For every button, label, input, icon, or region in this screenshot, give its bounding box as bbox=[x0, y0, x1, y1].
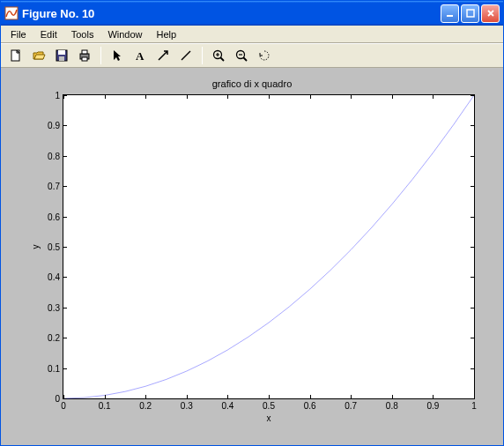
zoom-out-icon[interactable] bbox=[232, 46, 251, 65]
y-tick bbox=[63, 186, 67, 187]
x-tick bbox=[227, 95, 228, 99]
window-title: Figure No. 10 bbox=[22, 7, 441, 20]
figure-window: Figure No. 10 File Edit Tools Window Hel… bbox=[0, 0, 504, 446]
svg-rect-2 bbox=[467, 10, 474, 17]
y-tick bbox=[471, 368, 474, 369]
y-tick-label: 0.9 bbox=[48, 121, 63, 130]
x-tick bbox=[187, 95, 188, 99]
y-tick bbox=[471, 338, 474, 338]
axes-container: grafico di x quadro y x 00.10.20.30.40.5… bbox=[11, 78, 493, 435]
svg-rect-9 bbox=[82, 57, 87, 61]
text-icon[interactable]: A bbox=[130, 46, 150, 65]
maximize-button[interactable] bbox=[461, 4, 479, 23]
y-tick bbox=[63, 125, 67, 126]
toolbar-separator bbox=[202, 47, 203, 64]
x-tick bbox=[392, 95, 393, 99]
x-tick bbox=[392, 395, 393, 398]
y-tick-label: 0.2 bbox=[48, 333, 63, 343]
x-tick bbox=[433, 95, 434, 99]
menu-window[interactable]: Window bbox=[101, 27, 148, 41]
open-icon[interactable] bbox=[29, 46, 48, 65]
y-tick bbox=[471, 156, 474, 157]
x-tick-label: 0.9 bbox=[426, 398, 439, 411]
minimize-button[interactable] bbox=[441, 4, 459, 23]
y-tick-label: 0.5 bbox=[48, 242, 63, 252]
y-tick bbox=[471, 277, 474, 278]
new-icon[interactable] bbox=[6, 46, 26, 65]
y-tick bbox=[471, 308, 474, 308]
y-tick-label: 0.7 bbox=[48, 182, 63, 191]
arrow-icon[interactable] bbox=[153, 46, 173, 65]
x-tick bbox=[433, 395, 434, 398]
x-tick bbox=[145, 95, 146, 99]
y-tick bbox=[471, 217, 474, 218]
x-tick-label: 0.1 bbox=[99, 398, 111, 411]
y-tick bbox=[63, 217, 67, 218]
line-icon[interactable] bbox=[176, 46, 196, 65]
close-button[interactable] bbox=[481, 4, 500, 23]
menu-tools[interactable]: Tools bbox=[65, 27, 100, 41]
print-icon[interactable] bbox=[75, 46, 94, 65]
y-tick-label: 0.8 bbox=[48, 151, 63, 160]
y-tick-label: 1 bbox=[55, 91, 63, 100]
x-tick-label: 0.6 bbox=[304, 398, 316, 411]
x-tick bbox=[227, 395, 228, 398]
x-tick bbox=[63, 395, 64, 398]
x-tick bbox=[310, 95, 311, 99]
svg-rect-6 bbox=[59, 56, 64, 61]
y-tick bbox=[63, 368, 67, 369]
y-tick-label: 0.6 bbox=[48, 212, 63, 221]
x-tick bbox=[474, 95, 475, 99]
x-tick bbox=[105, 95, 106, 99]
x-tick bbox=[474, 395, 475, 398]
pointer-icon[interactable] bbox=[107, 46, 127, 65]
x-tick bbox=[310, 395, 311, 398]
x-tick-label: 0.2 bbox=[139, 398, 152, 411]
app-icon bbox=[4, 6, 19, 20]
x-tick bbox=[351, 395, 352, 398]
svg-rect-1 bbox=[447, 15, 453, 17]
x-tick bbox=[269, 395, 270, 398]
plot-area[interactable]: y x 00.10.20.30.40.50.60.70.80.9100.10.2… bbox=[63, 94, 475, 399]
x-tick-label: 0.7 bbox=[345, 398, 357, 411]
x-tick-label: 0 bbox=[61, 398, 66, 411]
x-tick bbox=[145, 395, 146, 398]
x-tick bbox=[269, 95, 270, 99]
save-icon[interactable] bbox=[52, 46, 71, 65]
menu-edit[interactable]: Edit bbox=[34, 27, 63, 41]
x-tick-label: 0.5 bbox=[263, 398, 275, 411]
window-buttons bbox=[441, 4, 500, 23]
x-tick-label: 0.3 bbox=[181, 398, 193, 411]
menu-help[interactable]: Help bbox=[151, 27, 183, 41]
zoom-in-icon[interactable] bbox=[209, 46, 228, 65]
y-tick bbox=[63, 247, 67, 248]
titlebar[interactable]: Figure No. 10 bbox=[1, 1, 503, 26]
svg-text:A: A bbox=[136, 49, 145, 63]
y-tick bbox=[63, 308, 67, 308]
y-tick-label: 0.3 bbox=[48, 302, 63, 312]
x-tick bbox=[187, 395, 188, 398]
x-axis-label: x bbox=[267, 413, 271, 423]
x-tick bbox=[63, 95, 64, 99]
menubar: File Edit Tools Window Help bbox=[1, 26, 503, 43]
y-axis-label: y bbox=[31, 245, 41, 249]
y-tick-label: 0.4 bbox=[48, 272, 63, 282]
menu-file[interactable]: File bbox=[4, 27, 33, 41]
y-tick-label: 0.1 bbox=[48, 363, 63, 373]
y-tick bbox=[63, 338, 67, 338]
toolbar: A bbox=[1, 43, 503, 68]
y-tick bbox=[63, 277, 67, 278]
x-tick bbox=[105, 395, 106, 398]
y-tick bbox=[471, 186, 474, 187]
toolbar-separator bbox=[100, 47, 101, 64]
rotate-icon[interactable] bbox=[255, 46, 274, 65]
x-tick bbox=[351, 95, 352, 99]
y-tick bbox=[471, 125, 474, 126]
y-tick bbox=[63, 156, 67, 157]
y-tick bbox=[471, 247, 474, 248]
figure-canvas: grafico di x quadro y x 00.10.20.30.40.5… bbox=[1, 68, 503, 445]
plot-title: grafico di x quadro bbox=[11, 78, 493, 89]
svg-rect-5 bbox=[58, 50, 65, 55]
svg-rect-8 bbox=[82, 50, 87, 54]
x-tick-label: 0.4 bbox=[221, 398, 233, 411]
